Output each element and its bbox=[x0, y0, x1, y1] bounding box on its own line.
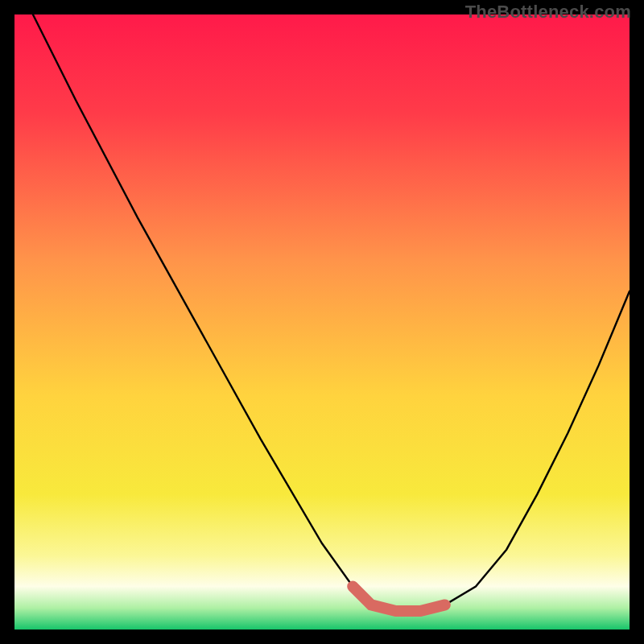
chart-frame: TheBottleneck.com bbox=[0, 0, 644, 644]
plot-area bbox=[14, 14, 630, 630]
watermark: TheBottleneck.com bbox=[465, 2, 631, 23]
bottleneck-curve bbox=[14, 14, 630, 630]
